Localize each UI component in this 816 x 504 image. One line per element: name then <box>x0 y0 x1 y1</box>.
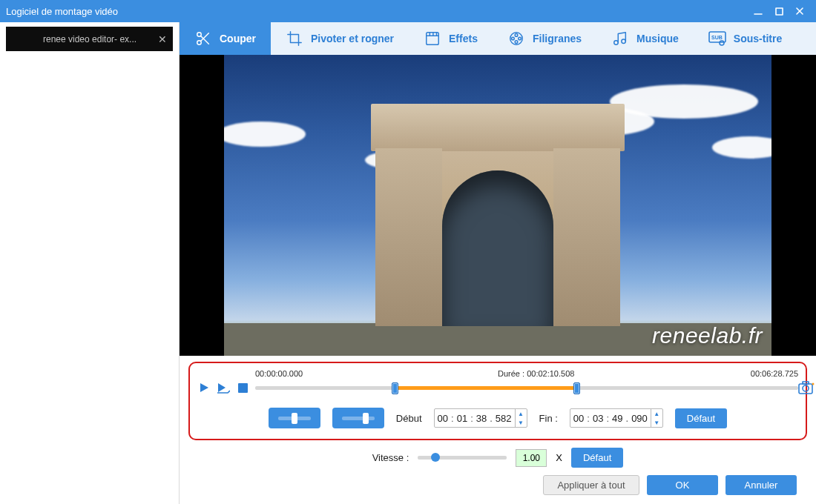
speed-row: Vitesse : 1.00 X Défaut <box>188 448 807 468</box>
reel-icon <box>507 30 525 47</box>
spin-down-icon[interactable]: ▼ <box>651 418 662 427</box>
svg-point-16 <box>519 37 521 40</box>
music-icon <box>611 30 629 47</box>
video-preview[interactable]: reneelab.fr <box>180 55 816 356</box>
minimize-button[interactable] <box>748 3 769 19</box>
file-sidebar: renee video editor- ex... ✕ <box>0 22 180 504</box>
end-ms[interactable]: 090 <box>628 413 651 424</box>
svg-point-18 <box>614 41 619 45</box>
end-time-field[interactable]: 00: 03: 49. 090 ▲▼ <box>570 408 663 428</box>
tab-label: Effets <box>449 33 478 44</box>
tab-subtitle[interactable]: SUB Sous-titre <box>694 22 797 55</box>
duration-prefix: Durée : <box>498 369 524 378</box>
file-thumbnail <box>9 31 37 47</box>
cancel-button[interactable]: Annuler <box>725 475 797 495</box>
start-mm[interactable]: 01 <box>454 413 470 424</box>
timeline-start-label: 00:00:00.000 <box>255 369 303 378</box>
end-ss[interactable]: 49 <box>609 413 625 424</box>
tab-cut[interactable]: Couper <box>180 22 271 55</box>
timeline-track[interactable] <box>255 381 798 394</box>
play-button[interactable] <box>197 381 211 394</box>
apply-all-button[interactable]: Appliquer à tout <box>543 475 639 495</box>
svg-text:SUB: SUB <box>711 35 723 40</box>
scissors-icon <box>194 30 212 47</box>
snapshot-button[interactable] <box>798 380 815 395</box>
svg-point-14 <box>515 33 518 36</box>
svg-point-19 <box>622 39 626 43</box>
speed-value[interactable]: 1.00 <box>516 449 547 467</box>
svg-rect-23 <box>238 383 248 393</box>
end-hh[interactable]: 00 <box>570 413 587 424</box>
svg-point-17 <box>515 41 518 44</box>
close-icon[interactable]: ✕ <box>158 33 167 45</box>
tool-tabs: Couper Pivoter et rogner Effets Filigran… <box>180 22 816 55</box>
stop-button[interactable] <box>236 381 249 394</box>
svg-point-27 <box>812 383 815 385</box>
set-end-button[interactable] <box>332 408 384 428</box>
svg-point-15 <box>512 37 515 40</box>
film-icon <box>424 30 441 47</box>
start-label: Début <box>396 413 422 424</box>
start-ss[interactable]: 38 <box>473 413 490 424</box>
spin-down-icon[interactable]: ▼ <box>516 418 527 427</box>
file-item[interactable]: renee video editor- ex... ✕ <box>6 27 173 51</box>
svg-point-22 <box>720 41 724 45</box>
end-label: Fin : <box>539 413 558 424</box>
tab-label: Musique <box>636 33 679 44</box>
tab-label: Couper <box>220 33 256 44</box>
spin-up-icon[interactable]: ▲ <box>651 409 662 418</box>
tab-label: Pivoter et rogner <box>311 33 394 44</box>
set-start-button[interactable] <box>269 408 320 428</box>
crop-icon <box>286 30 303 47</box>
close-button[interactable] <box>789 3 810 19</box>
titlebar: Logiciel de montage vidéo <box>0 0 816 22</box>
preview-watermark: reneelab.fr <box>652 323 763 348</box>
tab-label: Sous-titre <box>734 33 782 44</box>
default-speed-button[interactable]: Défaut <box>571 448 623 468</box>
speed-slider[interactable] <box>418 456 507 460</box>
end-mm[interactable]: 03 <box>590 413 606 424</box>
ok-button[interactable]: OK <box>647 475 718 495</box>
range-end-handle[interactable] <box>573 382 580 394</box>
tab-watermark[interactable]: Filigranes <box>493 22 596 55</box>
svg-rect-1 <box>776 8 783 15</box>
tab-effects[interactable]: Effets <box>409 22 493 55</box>
spin-up-icon[interactable]: ▲ <box>516 409 527 418</box>
tab-label: Filigranes <box>533 33 582 44</box>
duration-value: 00:02:10.508 <box>527 369 574 378</box>
maximize-button[interactable] <box>769 3 789 19</box>
window-title: Logiciel de montage vidéo <box>6 6 748 17</box>
speed-x: X <box>556 452 562 463</box>
subtitle-icon: SUB <box>708 30 726 47</box>
speed-thumb[interactable] <box>431 453 440 462</box>
timeline-duration-label: Durée : 00:02:10.508 <box>498 369 574 378</box>
svg-point-25 <box>803 385 809 391</box>
range-start-handle[interactable] <box>392 382 398 394</box>
file-name: renee video editor- ex... <box>43 34 154 44</box>
default-cut-button[interactable]: Défaut <box>675 408 727 428</box>
tab-music[interactable]: Musique <box>596 22 694 55</box>
tab-rotate-crop[interactable]: Pivoter et rogner <box>271 22 409 55</box>
start-time-field[interactable]: 00: 01: 38. 582 ▲▼ <box>434 408 527 428</box>
start-ms[interactable]: 582 <box>493 413 515 424</box>
footer-buttons: Appliquer à tout OK Annuler <box>188 468 807 495</box>
timeline-end-label: 00:06:28.725 <box>751 369 798 378</box>
speed-label: Vitesse : <box>372 452 409 463</box>
start-hh[interactable]: 00 <box>435 413 451 424</box>
cut-controls-group: 00:00:00.000 Durée : 00:02:10.508 00:06:… <box>188 362 807 440</box>
svg-rect-26 <box>803 382 809 384</box>
play-to-end-button[interactable] <box>217 381 230 394</box>
